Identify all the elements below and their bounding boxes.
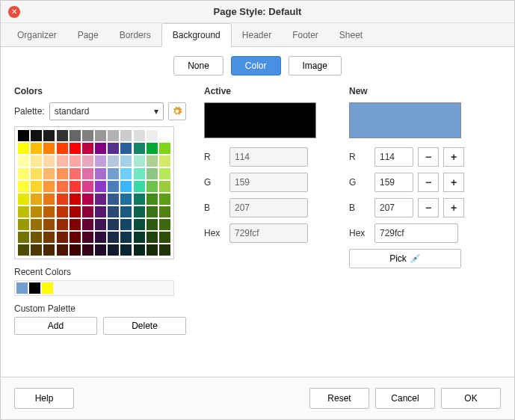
color-swatch[interactable] xyxy=(134,155,145,167)
close-button[interactable]: ✕ xyxy=(8,6,20,18)
color-swatch[interactable] xyxy=(18,219,29,230)
color-swatch[interactable] xyxy=(43,181,55,192)
r-decrement-button[interactable]: − xyxy=(418,147,439,167)
color-swatch[interactable] xyxy=(57,194,68,205)
color-swatch[interactable] xyxy=(31,143,42,154)
color-swatch[interactable] xyxy=(57,143,68,154)
color-swatch[interactable] xyxy=(147,168,158,179)
color-swatch[interactable] xyxy=(147,143,158,154)
color-swatch[interactable] xyxy=(147,244,158,256)
tab-sheet[interactable]: Sheet xyxy=(329,24,373,46)
color-swatch[interactable] xyxy=(134,232,145,243)
color-swatch[interactable] xyxy=(134,130,145,141)
color-swatch[interactable] xyxy=(82,155,93,167)
color-swatch[interactable] xyxy=(95,181,106,192)
reset-button[interactable]: Reset xyxy=(309,388,369,409)
color-swatch[interactable] xyxy=(18,232,29,243)
color-swatch[interactable] xyxy=(18,194,29,205)
color-swatch[interactable] xyxy=(70,155,81,167)
color-swatch[interactable] xyxy=(82,130,93,141)
color-swatch[interactable] xyxy=(57,244,68,256)
color-swatch[interactable] xyxy=(159,194,170,205)
color-swatch[interactable] xyxy=(134,168,145,179)
color-swatch[interactable] xyxy=(70,244,81,256)
tab-background[interactable]: Background xyxy=(161,23,232,47)
color-swatch[interactable] xyxy=(70,168,81,179)
color-swatch[interactable] xyxy=(82,244,93,256)
color-swatch[interactable] xyxy=(95,232,106,243)
color-swatch[interactable] xyxy=(159,168,170,179)
color-swatch[interactable] xyxy=(159,181,170,192)
g-decrement-button[interactable]: − xyxy=(418,173,439,192)
color-swatch[interactable] xyxy=(147,181,158,192)
color-swatch[interactable] xyxy=(95,130,106,141)
color-swatch[interactable] xyxy=(70,219,81,230)
b-increment-button[interactable]: + xyxy=(443,198,464,217)
color-swatch[interactable] xyxy=(43,168,55,179)
color-swatch[interactable] xyxy=(95,194,106,205)
color-swatch[interactable] xyxy=(108,181,119,192)
color-swatch[interactable] xyxy=(18,181,29,192)
pick-button[interactable]: Pick 💉 xyxy=(349,249,461,268)
recent-color-swatch[interactable] xyxy=(16,282,28,294)
color-swatch[interactable] xyxy=(57,181,68,192)
color-swatch[interactable] xyxy=(82,194,93,205)
tab-page[interactable]: Page xyxy=(67,24,109,46)
color-swatch[interactable] xyxy=(31,194,42,205)
color-swatch[interactable] xyxy=(120,181,132,192)
new-g-input[interactable]: 159 xyxy=(374,173,413,192)
color-swatch[interactable] xyxy=(147,130,158,141)
cancel-button[interactable]: Cancel xyxy=(375,388,435,409)
color-swatch[interactable] xyxy=(57,155,68,167)
color-swatch[interactable] xyxy=(43,206,55,217)
color-swatch[interactable] xyxy=(43,155,55,167)
mode-none-button[interactable]: None xyxy=(173,56,223,75)
color-swatch[interactable] xyxy=(70,130,81,141)
color-swatch[interactable] xyxy=(159,244,170,256)
new-b-input[interactable]: 207 xyxy=(374,198,413,217)
color-swatch[interactable] xyxy=(18,206,29,217)
color-swatch[interactable] xyxy=(108,194,119,205)
color-swatch[interactable] xyxy=(95,143,106,154)
delete-button[interactable]: Delete xyxy=(103,317,186,335)
color-swatch[interactable] xyxy=(70,181,81,192)
color-swatch[interactable] xyxy=(31,206,42,217)
color-swatch[interactable] xyxy=(31,155,42,167)
color-swatch[interactable] xyxy=(82,181,93,192)
color-swatch[interactable] xyxy=(108,232,119,243)
color-swatch[interactable] xyxy=(43,219,55,230)
color-swatch[interactable] xyxy=(43,130,55,141)
color-swatch[interactable] xyxy=(108,168,119,179)
color-swatch[interactable] xyxy=(18,130,29,141)
ok-button[interactable]: OK xyxy=(441,388,501,409)
color-swatch[interactable] xyxy=(147,232,158,243)
color-swatch[interactable] xyxy=(31,232,42,243)
palette-settings-button[interactable] xyxy=(168,102,186,120)
tab-organizer[interactable]: Organizer xyxy=(7,24,67,46)
color-swatch[interactable] xyxy=(159,143,170,154)
color-swatch[interactable] xyxy=(95,244,106,256)
color-swatch[interactable] xyxy=(147,219,158,230)
tab-footer[interactable]: Footer xyxy=(282,24,329,46)
color-swatch[interactable] xyxy=(134,206,145,217)
color-swatch[interactable] xyxy=(108,130,119,141)
color-swatch[interactable] xyxy=(82,168,93,179)
recent-color-swatch[interactable] xyxy=(42,282,53,294)
color-swatch[interactable] xyxy=(57,219,68,230)
mode-image-button[interactable]: Image xyxy=(289,56,342,75)
color-swatch[interactable] xyxy=(18,143,29,154)
color-swatch[interactable] xyxy=(43,194,55,205)
color-swatch[interactable] xyxy=(108,206,119,217)
color-swatch[interactable] xyxy=(57,232,68,243)
color-swatch[interactable] xyxy=(120,168,132,179)
color-swatch[interactable] xyxy=(43,143,55,154)
color-swatch[interactable] xyxy=(70,194,81,205)
color-swatch[interactable] xyxy=(57,130,68,141)
color-swatch[interactable] xyxy=(43,244,55,256)
tab-header[interactable]: Header xyxy=(232,24,282,46)
color-swatch[interactable] xyxy=(147,206,158,217)
color-swatch[interactable] xyxy=(108,244,119,256)
color-swatch[interactable] xyxy=(134,244,145,256)
color-swatch[interactable] xyxy=(134,194,145,205)
color-swatch[interactable] xyxy=(31,219,42,230)
